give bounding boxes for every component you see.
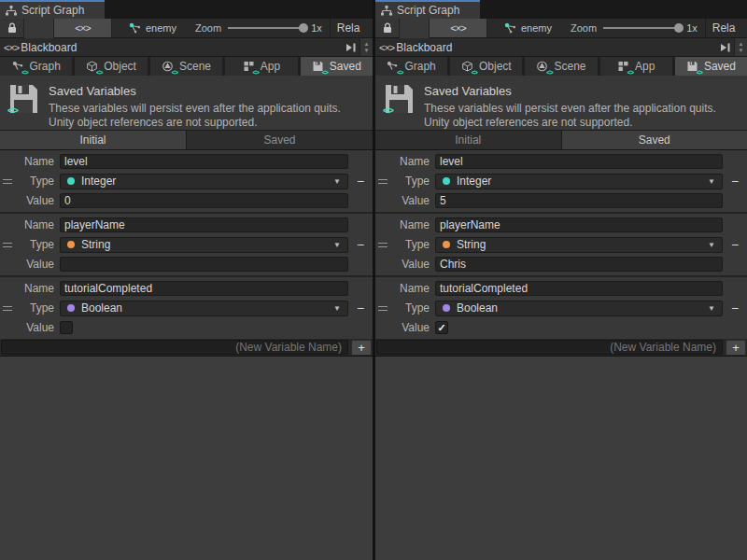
script-graph-icon: [6, 6, 17, 16]
type-value: String: [81, 238, 110, 251]
window-tab-script-graph[interactable]: Script Graph: [375, 0, 480, 19]
scroll-down-icon[interactable]: ▼: [364, 48, 370, 54]
tab-initial[interactable]: Initial: [375, 131, 561, 149]
tab-object[interactable]: <> Object: [75, 57, 147, 76]
boolean-type-dot: [67, 304, 75, 312]
zoom-label: Zoom: [571, 22, 597, 34]
value-checkbox[interactable]: [60, 321, 73, 334]
type-dropdown[interactable]: Boolean ▼: [60, 301, 348, 316]
blackboard-icon: <×>: [379, 42, 394, 53]
tab-object-label: Object: [104, 60, 136, 73]
variable-value-input[interactable]: [60, 257, 348, 272]
scroll-up-icon[interactable]: ▲: [364, 41, 370, 48]
zoom-control: Zoom 1x: [571, 19, 698, 37]
name-label: Name: [390, 218, 430, 231]
new-variable-input[interactable]: [376, 340, 723, 355]
value-row: Value ✓: [375, 318, 747, 337]
script-graph-icon: [381, 6, 392, 16]
remove-variable-button[interactable]: −: [731, 301, 739, 315]
type-dropdown[interactable]: Boolean ▼: [435, 301, 723, 316]
scroll-steppers[interactable]: ▲ ▼: [359, 38, 373, 56]
variable-value-input[interactable]: [60, 193, 348, 208]
integer-type-dot: [443, 177, 450, 185]
tab-initial[interactable]: Initial: [0, 131, 186, 149]
drag-handle-icon[interactable]: [378, 179, 388, 184]
type-dropdown[interactable]: Integer ▼: [435, 174, 723, 189]
tab-saved-label: Saved: [330, 60, 361, 73]
name-row: Name: [0, 152, 373, 171]
add-variable-button[interactable]: +: [726, 340, 746, 356]
dock-button[interactable]: [343, 43, 359, 52]
variables-toggle-button[interactable]: <×>: [430, 19, 487, 37]
drag-handle-icon[interactable]: [378, 306, 388, 311]
scene-tab-icon: <>: [536, 61, 549, 73]
graph-breadcrumb[interactable]: enemy: [129, 19, 176, 37]
variable-name-input[interactable]: [60, 281, 348, 296]
scroll-down-icon[interactable]: ▼: [739, 48, 744, 54]
tab-scene[interactable]: <> Scene: [150, 57, 222, 76]
type-dropdown[interactable]: String ▼: [435, 237, 723, 253]
zoom-slider[interactable]: [603, 27, 680, 29]
variable-value-input[interactable]: [435, 257, 723, 272]
remove-variable-button[interactable]: −: [357, 175, 364, 188]
remove-variable-button[interactable]: −: [731, 238, 739, 251]
tab-scene[interactable]: <> Scene: [525, 57, 597, 76]
type-row: Type Integer ▼ −: [0, 172, 373, 190]
unity-editor: Script Graph <×> enemy Zoom 1x: [0, 0, 747, 560]
remove-variable-button[interactable]: −: [357, 238, 364, 251]
type-dropdown[interactable]: String ▼: [60, 237, 348, 253]
tab-saved-values[interactable]: Saved: [187, 131, 373, 149]
zoom-slider-handle[interactable]: [299, 23, 308, 33]
scroll-steppers[interactable]: ▲ ▼: [734, 38, 747, 56]
lock-button[interactable]: [0, 19, 24, 37]
type-label: Type: [390, 175, 430, 188]
variable-list: Name Type Integer ▼ − Value: [375, 150, 747, 339]
name-row: Name: [375, 152, 747, 171]
tab-saved[interactable]: <> Saved: [675, 57, 747, 76]
tab-graph[interactable]: <> Graph: [375, 57, 447, 76]
add-variable-button[interactable]: +: [351, 340, 372, 356]
type-row: Type String ▼ −: [375, 235, 747, 254]
tab-app[interactable]: <> App: [225, 57, 297, 76]
variables-toggle-button[interactable]: <×>: [54, 19, 112, 37]
tab-app[interactable]: <> App: [600, 57, 672, 76]
remove-variable-button[interactable]: −: [357, 301, 364, 315]
tab-saved-values[interactable]: Saved: [562, 131, 747, 149]
variable-scope-tabs: <> Graph <> Object <> Scene: [0, 57, 373, 76]
relations-label: Rela: [712, 21, 736, 35]
saved-variables-icon: <>: [8, 83, 38, 115]
variable-name-input[interactable]: [60, 154, 348, 169]
tab-saved[interactable]: <> Saved: [301, 57, 373, 76]
type-dropdown[interactable]: Integer ▼: [60, 174, 348, 189]
tab-graph[interactable]: <> Graph: [0, 57, 72, 76]
new-variable-input[interactable]: [1, 340, 348, 355]
drag-handle-icon[interactable]: [378, 243, 388, 247]
scroll-up-icon[interactable]: ▲: [739, 41, 744, 48]
info-text: Saved Variables These variables will per…: [49, 83, 341, 130]
value-label: Value: [390, 194, 430, 207]
window-tab-script-graph[interactable]: Script Graph: [0, 0, 105, 19]
variable-value-input[interactable]: [435, 193, 723, 208]
relations-button[interactable]: Rela: [331, 19, 360, 37]
zoom-slider-handle[interactable]: [674, 23, 684, 33]
drag-handle-icon[interactable]: [3, 306, 12, 311]
relations-button[interactable]: Rela: [706, 19, 736, 37]
variable-group-playername: Name Type String ▼ − Value: [0, 214, 373, 275]
drag-handle-icon[interactable]: [3, 179, 12, 184]
value-checkbox[interactable]: ✓: [435, 321, 448, 334]
variable-name-input[interactable]: [435, 154, 723, 169]
saved-variables-info: <> Saved Variables These variables will …: [375, 76, 747, 131]
variable-name-input[interactable]: [60, 217, 348, 232]
variable-name-input[interactable]: [435, 217, 723, 232]
tab-object[interactable]: <> Object: [450, 57, 522, 76]
variable-name-input[interactable]: [435, 281, 723, 296]
zoom-slider[interactable]: [228, 27, 304, 29]
lock-button[interactable]: [375, 19, 400, 37]
tab-object-label: Object: [479, 60, 512, 73]
tab-app-label: App: [635, 60, 655, 73]
graph-breadcrumb[interactable]: enemy: [504, 19, 552, 37]
remove-variable-button[interactable]: −: [731, 175, 739, 188]
name-label: Name: [15, 282, 54, 295]
drag-handle-icon[interactable]: [3, 243, 12, 247]
dock-button[interactable]: [717, 43, 734, 52]
